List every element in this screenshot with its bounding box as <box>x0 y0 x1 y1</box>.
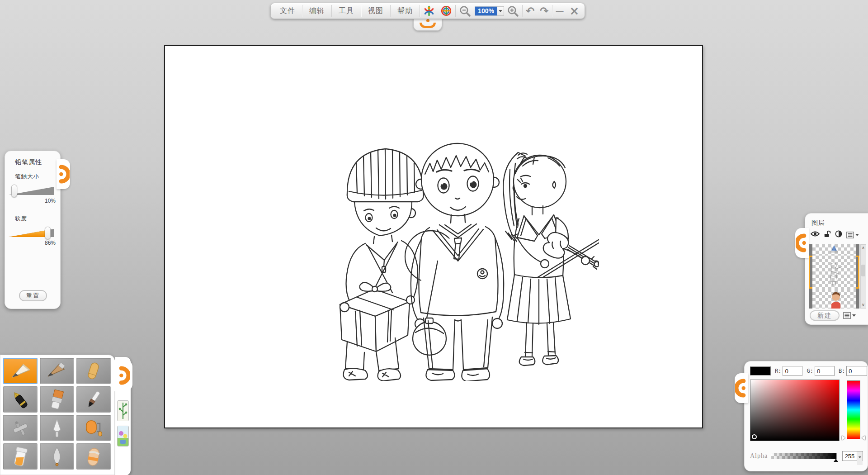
orange-ear-icon <box>57 164 70 185</box>
paint-jar-icon <box>8 446 33 466</box>
toolbar-separator <box>390 5 391 17</box>
layer-thumbnail <box>812 244 856 256</box>
tool-colored-pencil[interactable] <box>40 358 74 384</box>
scroll-down-icon[interactable]: ∨ <box>862 302 865 308</box>
softness-slider[interactable] <box>9 224 56 240</box>
toolbar-separator <box>552 5 552 17</box>
alpha-value-input[interactable] <box>843 453 857 460</box>
tool-paint-roller[interactable] <box>76 415 111 441</box>
panel-handle[interactable] <box>735 373 748 403</box>
app-window: { "toolbar": { "menus": ["文件", "编辑", "工具… <box>0 0 868 475</box>
scrollbar-thumb[interactable] <box>861 265 865 276</box>
flat-brush-icon <box>44 390 70 409</box>
layer-thumbnail <box>812 289 856 309</box>
red-label: R: <box>775 368 781 374</box>
layer-item-bottom[interactable] <box>809 289 859 309</box>
girl-with-violin <box>503 152 599 366</box>
layers-panel: 图层 <box>805 213 868 325</box>
minimize-button[interactable]: — <box>553 3 567 19</box>
alpha-slider[interactable] <box>771 453 837 459</box>
brush-size-value: 10% <box>5 198 56 204</box>
hue-marker-right[interactable] <box>862 436 865 440</box>
panel-title: 图层 <box>805 214 868 227</box>
unlock-icon[interactable] <box>824 230 831 240</box>
tool-airbrush[interactable] <box>3 415 38 441</box>
tool-fountain-pen[interactable] <box>3 386 38 413</box>
zoom-level-field[interactable]: 100% <box>475 6 497 16</box>
blue-input[interactable] <box>846 366 867 376</box>
close-button[interactable]: × <box>567 3 582 19</box>
toolbar-separator <box>331 5 332 17</box>
orange-ear-icon <box>117 365 130 386</box>
tool-ink-brush[interactable] <box>76 386 111 413</box>
panel-handle[interactable] <box>795 228 809 258</box>
redo-button[interactable]: ↷ <box>537 3 551 19</box>
layer-item-top[interactable] <box>809 244 859 256</box>
palette-side-tab <box>115 357 131 475</box>
colored-pencil-icon <box>44 361 70 381</box>
brush-size-label: 笔触大小 <box>5 166 60 180</box>
rainbow-figure-eye-icon <box>420 3 438 19</box>
chevron-down-icon <box>855 234 859 236</box>
green-label: G: <box>807 368 813 374</box>
tool-oil-pastel[interactable] <box>40 443 74 470</box>
toolbar-separator <box>522 5 523 17</box>
menu-edit[interactable]: 编辑 <box>303 3 331 19</box>
current-color-swatch <box>750 366 771 375</box>
zoom-in-button[interactable] <box>504 3 522 19</box>
canvas-drawing <box>321 125 599 381</box>
alpha-thumb[interactable] <box>834 459 838 462</box>
drawing-canvas[interactable] <box>164 45 703 428</box>
softness-value: 86% <box>5 240 56 246</box>
mascot-smile-icon <box>420 23 436 28</box>
alpha-decrement-button[interactable] <box>857 458 863 465</box>
alpha-spinner <box>842 451 863 461</box>
tool-flat-brush[interactable] <box>40 386 74 413</box>
reset-button[interactable]: 重置 <box>19 290 47 301</box>
red-input[interactable] <box>783 366 802 376</box>
ink-brush-icon <box>81 390 106 409</box>
panel-title: 铅笔属性 <box>5 151 60 166</box>
visibility-eye-icon[interactable] <box>811 231 820 239</box>
menu-tools[interactable]: 工具 <box>332 3 360 19</box>
tool-palette-knife[interactable] <box>40 415 74 441</box>
tool-crayon[interactable] <box>76 358 111 384</box>
layer-item-selected[interactable] <box>809 256 859 289</box>
saturation-value-field[interactable] <box>750 380 840 441</box>
new-layer-button[interactable]: 新建 <box>810 310 840 321</box>
undo-button[interactable]: ↶ <box>523 3 537 19</box>
toolbar: 文件 编辑 工具 视图 帮助 100% ↶ ↷ — × <box>270 3 585 19</box>
chevron-down-icon <box>499 10 502 12</box>
blend-half-circle-icon[interactable] <box>835 230 842 239</box>
tool-paint-jar[interactable] <box>3 443 38 470</box>
layer-options-menu[interactable] <box>843 312 856 319</box>
slider-thumb[interactable] <box>11 185 17 197</box>
zoom-out-button[interactable] <box>456 3 474 19</box>
blue-label: B: <box>839 368 845 374</box>
hue-bar[interactable] <box>847 380 860 439</box>
scroll-up-icon[interactable]: ∧ <box>862 245 865 251</box>
oil-pastel-icon <box>44 446 70 466</box>
toolbar-separator <box>455 5 456 17</box>
tool-eraser[interactable] <box>76 443 111 470</box>
layer-menu-icon[interactable] <box>846 232 859 238</box>
layer-scrollbar[interactable]: ∧ ∨ <box>860 244 866 309</box>
bamboo-stamp-button[interactable] <box>117 400 129 421</box>
menu-file[interactable]: 文件 <box>274 3 302 19</box>
menu-view[interactable]: 视图 <box>362 3 390 19</box>
color-cursor[interactable] <box>752 434 757 439</box>
chevron-down-icon <box>852 314 856 317</box>
hue-marker-left[interactable] <box>842 436 845 440</box>
softness-label: 软度 <box>5 204 60 223</box>
panel-handle[interactable] <box>57 159 70 189</box>
tool-pencil[interactable] <box>3 358 38 384</box>
zoom-level-dropdown[interactable] <box>497 6 504 16</box>
panel-handle[interactable] <box>114 360 132 391</box>
menu-help[interactable]: 帮助 <box>391 3 419 19</box>
slider-thumb[interactable] <box>45 227 51 239</box>
tool-palette <box>0 355 115 475</box>
picture-stamp-button[interactable] <box>117 426 129 446</box>
toolbar-separator <box>302 5 302 17</box>
green-input[interactable] <box>815 366 835 376</box>
brush-size-slider[interactable] <box>9 182 56 198</box>
